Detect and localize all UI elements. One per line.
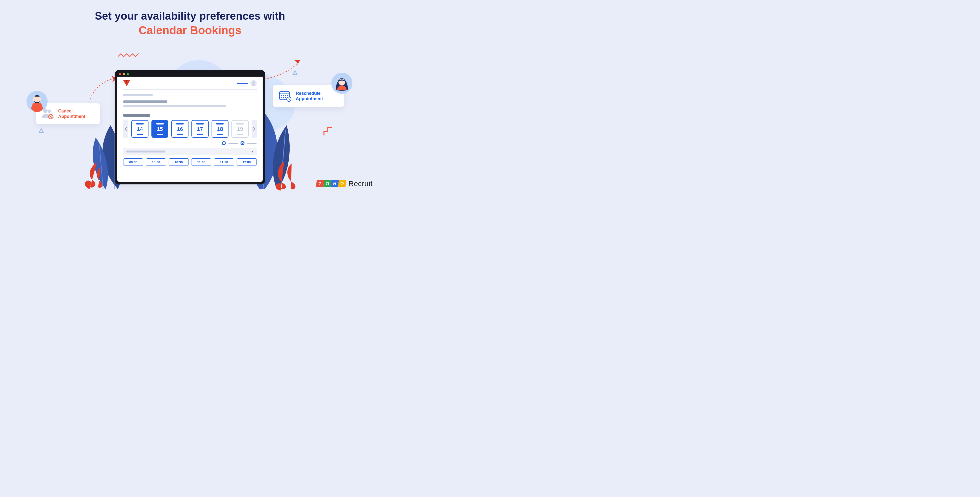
date-value: 19 [237, 126, 243, 132]
svg-point-12 [281, 95, 282, 96]
svg-point-13 [283, 95, 284, 96]
date-value: 15 [157, 126, 163, 132]
date-value: 14 [137, 126, 143, 132]
date-value: 18 [217, 126, 223, 132]
date-card[interactable]: 17 [191, 120, 208, 138]
date-value: 17 [197, 126, 203, 132]
time-slot[interactable]: 10:30 [169, 158, 189, 166]
svg-point-5 [48, 110, 51, 113]
time-slot[interactable]: 12:00 [237, 158, 257, 166]
window-close-dot[interactable] [119, 73, 121, 75]
zoho-tile: O [323, 180, 332, 187]
slider-track [247, 143, 257, 143]
heading-line-1: Set your availability preferences with [0, 10, 380, 22]
header-accent-line [237, 83, 248, 84]
reschedule-label-line1: Reschedule [296, 91, 323, 96]
date-next-button[interactable] [251, 120, 257, 138]
dropdown-placeholder [126, 151, 165, 153]
heading-line-2: Calendar Bookings [0, 24, 380, 37]
time-slot[interactable]: 11:00 [191, 158, 211, 166]
reschedule-calendar-icon [278, 89, 292, 103]
date-card-selected[interactable]: 15 [151, 120, 169, 138]
view-option-radio[interactable] [222, 141, 226, 145]
person-avatar-male [27, 91, 48, 112]
cancel-label: Cancel Appointment [58, 108, 86, 119]
svg-point-17 [283, 97, 284, 98]
reschedule-label-line2: Appointment [296, 96, 323, 102]
zoho-tile: H [331, 180, 339, 187]
date-card[interactable]: 14 [131, 120, 148, 138]
person-avatar-female [331, 73, 352, 94]
slider-track [228, 143, 238, 143]
window-minimize-dot[interactable] [123, 73, 125, 75]
zoho-tile: O [338, 180, 346, 187]
svg-point-18 [285, 97, 286, 98]
cancel-label-line2: Appointment [58, 114, 86, 119]
svg-marker-3 [294, 60, 300, 67]
date-prev-button[interactable] [123, 120, 128, 138]
text-placeholder-group [123, 94, 257, 96]
svg-point-15 [287, 95, 288, 96]
time-slot[interactable]: 10:00 [146, 158, 166, 166]
date-card[interactable]: 18 [212, 120, 229, 138]
time-slot[interactable]: 09:30 [123, 158, 143, 166]
date-strip: 14 15 16 17 18 [123, 120, 257, 138]
view-option-radio-selected[interactable] [240, 141, 245, 145]
section-label-placeholder [123, 114, 150, 116]
chevron-down-icon: ▼ [251, 150, 254, 153]
svg-point-30 [253, 81, 255, 83]
date-card[interactable]: 16 [171, 120, 188, 138]
app-header [123, 80, 257, 90]
swirl-decoration [274, 161, 301, 191]
window-titlebar [117, 72, 262, 76]
footer-brand: Z O H O Recruit [317, 180, 372, 188]
svg-marker-0 [39, 129, 43, 132]
zoho-logo: Z O H O [317, 180, 346, 187]
timezone-dropdown[interactable]: ▼ [123, 148, 257, 155]
time-slot-row: 09:30 10:00 10:30 11:00 11:30 12:00 [123, 158, 257, 166]
date-value: 16 [177, 126, 183, 132]
date-card-disabled: 19 [231, 120, 249, 138]
triangle-icon [38, 128, 45, 134]
user-avatar-icon[interactable] [250, 80, 257, 86]
hero-heading: Set your availability preferences with C… [0, 0, 380, 37]
svg-point-16 [281, 97, 282, 98]
zoho-tile: Z [316, 180, 324, 187]
app-logo-icon [123, 80, 130, 86]
zigzag-icon [118, 53, 140, 58]
view-toggle-row [123, 141, 257, 145]
swirl-decoration [82, 162, 104, 190]
time-slot[interactable]: 11:30 [214, 158, 234, 166]
calendar-booking-window: 14 15 16 17 18 [115, 70, 265, 185]
text-placeholder-group [123, 100, 257, 107]
product-name: Recruit [348, 180, 372, 188]
cancel-label-line1: Cancel [58, 108, 86, 114]
window-maximize-dot[interactable] [127, 73, 129, 75]
svg-point-14 [285, 95, 286, 96]
reschedule-label: Reschedule Appointment [296, 91, 323, 102]
step-decoration-icon [323, 125, 336, 137]
